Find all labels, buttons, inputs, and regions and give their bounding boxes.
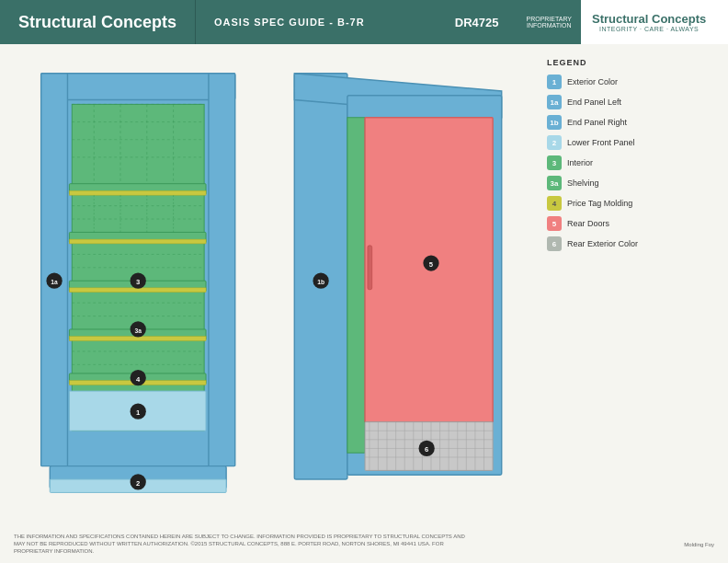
logo-sub-text: INTEGRITY · CARE · ALWAYS: [592, 26, 706, 32]
legend-item-5: 5Rear Doors: [547, 216, 705, 231]
footer-left-text: THE INFORMATION AND SPECIFICATIONS CONTA…: [14, 534, 473, 555]
left-cabinet-diagram: 1a 3 3a 4 1 2: [14, 53, 271, 517]
legend-badge-1b: 1b: [547, 115, 562, 130]
legend-label-2: Lower Front Panel: [567, 138, 635, 148]
svg-text:5: 5: [429, 260, 434, 269]
legend-badge-3: 3: [547, 155, 562, 170]
svg-rect-55: [368, 246, 372, 290]
legend-title: LEGEND: [547, 58, 705, 67]
legend-label-1: Exterior Color: [567, 77, 618, 87]
legend-badge-6: 6: [547, 236, 562, 251]
svg-text:1: 1: [136, 408, 141, 417]
legend-label-1b: End Panel Right: [567, 118, 627, 128]
legend-badge-5: 5: [547, 216, 562, 231]
svg-text:4: 4: [136, 375, 141, 384]
info-line2: INFORMATION: [527, 22, 571, 29]
spec-guide-title: OASIS SPEC GUIDE - B-7R: [196, 0, 437, 44]
brand-name: Structural Concepts: [0, 0, 196, 44]
left-cabinet-svg: 1a 3 3a 4 1 2: [23, 69, 262, 501]
svg-rect-53: [347, 118, 365, 453]
info-line1: PROPRIETARY: [526, 16, 572, 22]
legend-panel: LEGEND 1Exterior Color1aEnd Panel Left1b…: [538, 53, 714, 517]
svg-rect-8: [69, 239, 206, 244]
title-text: OASIS SPEC GUIDE - B-7R: [214, 17, 365, 28]
model-text: DR4725: [455, 16, 499, 29]
molding-foy-text: Molding Foy: [684, 542, 714, 547]
legend-badge-1a: 1a: [547, 95, 562, 109]
right-cabinet-diagram: 1b 5 6: [280, 53, 538, 517]
header-logo-area: Structural Concepts INTEGRITY · CARE · A…: [581, 0, 728, 44]
logo-main-text: Structural Concepts: [592, 12, 706, 26]
legend-badge-1: 1: [547, 75, 562, 89]
legend-label-3: Interior: [567, 158, 593, 168]
brand-text: Structural Concepts: [18, 13, 176, 32]
svg-text:6: 6: [425, 445, 428, 454]
model-number: DR4725: [437, 0, 518, 44]
header: Structural Concepts OASIS SPEC GUIDE - B…: [0, 0, 728, 44]
svg-rect-2: [41, 74, 68, 466]
svg-text:3a: 3a: [134, 327, 142, 334]
svg-rect-1: [41, 74, 235, 100]
legend-label-6: Rear Exterior Color: [567, 239, 638, 249]
svg-rect-3: [209, 74, 235, 466]
right-cabinet-svg: 1b 5 6: [290, 69, 529, 501]
legend-badge-3a: 3a: [547, 176, 562, 190]
legend-label-4: Price Tag Molding: [567, 199, 632, 209]
footer-right: Molding Foy: [684, 542, 714, 547]
legend-item-6: 6Rear Exterior Color: [547, 236, 705, 251]
legend-item-4: 4Price Tag Molding: [547, 196, 705, 211]
legend-item-1b: 1bEnd Panel Right: [547, 115, 705, 130]
svg-text:1b: 1b: [317, 279, 324, 285]
legend-item-3a: 3aShelving: [547, 176, 705, 190]
legend-item-1: 1Exterior Color: [547, 75, 705, 89]
svg-text:3: 3: [136, 278, 140, 286]
legend-badge-2: 2: [547, 135, 562, 150]
header-info: PROPRIETARY INFORMATION: [517, 0, 581, 44]
svg-text:2: 2: [136, 479, 140, 488]
svg-rect-6: [69, 190, 206, 195]
legend-label-3a: Shelving: [567, 178, 599, 189]
legend-items-container: 1Exterior Color1aEnd Panel Left1bEnd Pan…: [547, 75, 705, 257]
legend-badge-4: 4: [547, 196, 562, 211]
legend-item-1a: 1aEnd Panel Left: [547, 95, 705, 109]
svg-text:1a: 1a: [51, 279, 58, 285]
legend-label-1a: End Panel Left: [567, 98, 621, 108]
footer: THE INFORMATION AND SPECIFICATIONS CONTA…: [0, 526, 728, 563]
main-content: 1a 3 3a 4 1 2: [0, 44, 728, 526]
legend-item-3: 3Interior: [547, 155, 705, 170]
legend-label-5: Rear Doors: [567, 219, 609, 229]
legend-item-2: 2Lower Front Panel: [547, 135, 705, 150]
